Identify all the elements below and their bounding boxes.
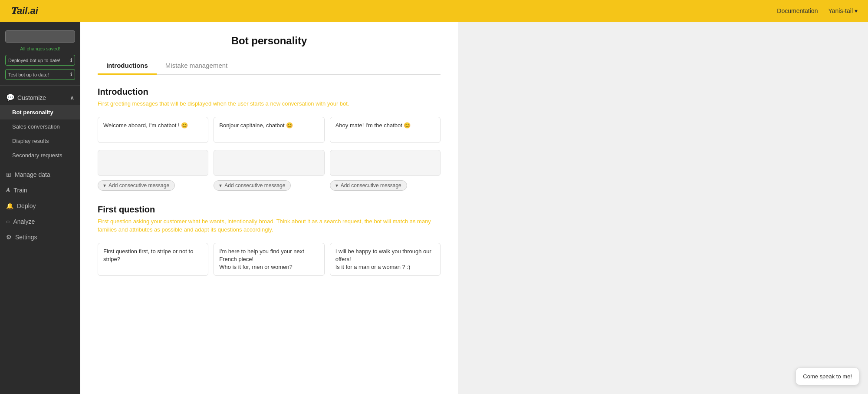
sidebar-manage-data[interactable]: ⊞ Manage data (0, 167, 80, 182)
sidebar-status-area: All changes saved! Deployed bot up to da… (0, 27, 80, 86)
customize-icon: 💬 (6, 93, 15, 102)
sidebar-settings[interactable]: ⚙ Settings (0, 229, 80, 245)
add-consecutive-label-2: Add consecutive message (341, 182, 401, 189)
add-consecutive-btn-1[interactable]: ▾ Add consecutive message (214, 180, 291, 191)
sidebar-item-bot-personality[interactable]: Bot personality (0, 105, 80, 119)
collapse-icon: ∧ (70, 94, 74, 101)
chat-bubble[interactable]: Come speak to me! (796, 368, 859, 385)
topbar-right: Documentation Yanis-tail ▾ (777, 7, 858, 14)
sidebar-train[interactable]: A Train (0, 182, 80, 198)
tab-mistake-management-label: Mistake management (165, 62, 227, 69)
sidebar-item-sales-conversation[interactable]: Sales conversation (0, 119, 80, 134)
chevron-down-icon: ▾ (855, 7, 858, 14)
first-question-cards: First question first, to stripe or not t… (98, 243, 441, 276)
intro-card-empty-0[interactable] (98, 150, 208, 176)
logo-text: 𝐓ail.ai (10, 5, 38, 16)
main-content: Bot personality Introductions Mistake ma… (80, 22, 868, 394)
train-label: Train (13, 187, 27, 194)
sidebar-items: Bot personality Sales conversation Displ… (0, 105, 80, 162)
deployed-bot-button[interactable]: Deployed bot up to date! ℹ (5, 55, 75, 66)
user-label: Yanis-tail (828, 7, 853, 14)
customize-section: 💬 Customize ∧ Bot personality Sales conv… (0, 86, 80, 167)
deploy-label: Deploy (17, 202, 36, 209)
page-title: Bot personality (98, 35, 441, 47)
add-consecutive-btn-0[interactable]: ▾ Add consecutive message (98, 180, 175, 191)
center-panel: Bot personality Introductions Mistake ma… (80, 22, 458, 394)
test-info-icon: ℹ (70, 72, 72, 77)
first-question-title: First question (98, 205, 441, 215)
intro-col-0: ▾ Add consecutive message (98, 150, 208, 191)
settings-icon: ⚙ (6, 234, 12, 241)
introduction-title: Introduction (98, 87, 441, 97)
sidebar-deploy[interactable]: 🔔 Deploy (0, 198, 80, 214)
settings-label: Settings (15, 234, 37, 241)
add-consecutive-icon-1: ▾ (219, 182, 222, 189)
chat-bubble-text: Come speak to me! (803, 373, 852, 380)
sidebar-item-label: Sales conversation (12, 123, 60, 130)
introduction-section: Introduction First greeting messages tha… (98, 87, 441, 191)
intro-card-empty-2[interactable] (330, 150, 441, 176)
intro-cards-bottom-row: ▾ Add consecutive message ▾ Add consecut… (98, 150, 441, 191)
customize-label: Customize (17, 94, 46, 101)
tab-introductions-label: Introductions (106, 62, 148, 69)
deploy-icon: 🔔 (6, 202, 13, 209)
intro-card-1[interactable]: Bonjour capitaine, chatbot 😊 (214, 117, 324, 143)
fq-card-2[interactable]: I will be happy to walk you through our … (330, 243, 441, 276)
analyze-icon: ○ (6, 218, 10, 225)
intro-card-empty-1[interactable] (214, 150, 324, 176)
sidebar-item-label: Display results (12, 138, 49, 144)
customize-header[interactable]: 💬 Customize ∧ (0, 90, 80, 105)
logo: 𝐓ail.ai (10, 5, 38, 17)
all-changes-label: All changes saved! (5, 46, 75, 51)
first-question-desc: First question asking your customer what… (98, 217, 441, 234)
add-consecutive-label-1: Add consecutive message (224, 182, 285, 189)
user-menu[interactable]: Yanis-tail ▾ (828, 7, 858, 14)
sidebar: All changes saved! Deployed bot up to da… (0, 22, 80, 394)
intro-col-2: ▾ Add consecutive message (330, 150, 441, 191)
deployed-bot-label: Deployed bot up to date! (8, 58, 60, 63)
docs-link[interactable]: Documentation (777, 7, 818, 14)
manage-data-icon: ⊞ (6, 171, 11, 178)
add-consecutive-icon-0: ▾ (103, 182, 106, 189)
test-bot-button[interactable]: Test bot up to date! ℹ (5, 69, 75, 80)
analyze-label: Analyze (13, 218, 35, 225)
test-bot-label: Test bot up to date! (8, 72, 49, 77)
intro-card-2[interactable]: Ahoy mate! I'm the chatbot 😊 (330, 117, 441, 143)
sidebar-item-secondary-requests[interactable]: Secondary requests (0, 148, 80, 162)
topbar: 𝐓ail.ai Documentation Yanis-tail ▾ (0, 0, 868, 22)
intro-col-1: ▾ Add consecutive message (214, 150, 324, 191)
fq-card-1[interactable]: I'm here to help you find your next Fren… (214, 243, 324, 276)
add-consecutive-btn-2[interactable]: ▾ Add consecutive message (330, 180, 407, 191)
introduction-desc: First greeting messages that will be dis… (98, 99, 441, 108)
layout: All changes saved! Deployed bot up to da… (0, 22, 868, 394)
train-icon: A (6, 187, 10, 194)
add-consecutive-icon-2: ▾ (335, 182, 338, 189)
intro-cards-top-row: Welcome aboard, I'm chatbot ! 😊 Bonjour … (98, 117, 441, 143)
deployed-info-icon: ℹ (70, 57, 72, 63)
right-panel (458, 22, 601, 394)
first-question-section: First question First question asking you… (98, 205, 441, 276)
fq-card-0[interactable]: First question first, to stripe or not t… (98, 243, 208, 276)
manage-data-label: Manage data (15, 171, 50, 178)
sidebar-item-label: Secondary requests (12, 152, 62, 159)
sidebar-item-display-results[interactable]: Display results (0, 134, 80, 148)
tab-introductions[interactable]: Introductions (98, 57, 157, 75)
tabs: Introductions Mistake management (98, 57, 441, 75)
intro-card-0[interactable]: Welcome aboard, I'm chatbot ! 😊 (98, 117, 208, 143)
tab-mistake-management[interactable]: Mistake management (157, 57, 236, 75)
sidebar-search-input[interactable] (5, 30, 75, 43)
add-consecutive-label-0: Add consecutive message (108, 182, 169, 189)
sidebar-analyze[interactable]: ○ Analyze (0, 214, 80, 229)
sidebar-item-label: Bot personality (12, 109, 53, 116)
